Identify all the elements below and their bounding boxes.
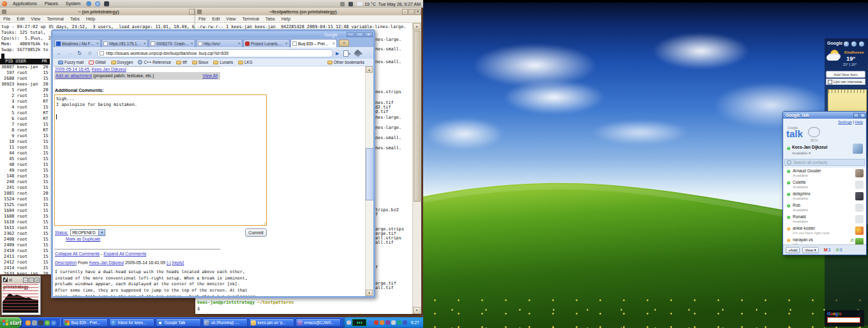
tab-close-icon[interactable]: ✕ <box>285 41 288 45</box>
comment-textarea[interactable]: Sigh... I apologize for being mistaken. <box>54 94 267 226</box>
bookmark-item[interactable]: C++ Reference <box>138 60 171 64</box>
quick-launch-icon[interactable] <box>45 320 50 325</box>
todo-add-new-item[interactable]: Add New Item <box>826 71 865 78</box>
contact-row[interactable]: Arnaud Gouder Available ✆ <box>783 168 866 179</box>
terminal2-titlebar[interactable]: ~/testpatterns (on printstrategy) ─ □ ✕ <box>195 8 421 15</box>
bookmark-item[interactable]: Doxygen <box>111 60 133 64</box>
tray-icon[interactable] <box>368 320 373 325</box>
contact-row[interactable]: Rob Available ✆ <box>783 202 866 214</box>
close-icon[interactable]: ✕ <box>860 113 865 118</box>
scroll-down-icon[interactable]: ▼ <box>413 307 421 314</box>
menu-item[interactable]: View <box>27 17 43 21</box>
task-button[interactable]: kees-jan on 'p... <box>249 318 294 327</box>
settings-link[interactable]: Settings <box>838 120 852 124</box>
gmail-icon[interactable]: M <box>824 248 828 252</box>
menu-item[interactable]: Tabs <box>262 17 278 21</box>
tray-icon[interactable] <box>380 320 384 325</box>
quick-launch-icon[interactable] <box>38 320 43 325</box>
tab-close-icon[interactable]: ✕ <box>96 41 99 45</box>
bookmark-star-icon[interactable]: ☆ <box>86 49 94 57</box>
menu-item[interactable]: Tabs <box>67 17 83 21</box>
minimize-icon[interactable]: ─ <box>23 278 28 283</box>
menu-item[interactable]: Terminal <box>239 17 262 21</box>
task-button[interactable]: Bug 839 - Prel... <box>63 318 108 327</box>
close-icon[interactable]: ✕ <box>364 32 373 37</box>
menu-item[interactable]: Edit <box>209 17 223 21</box>
textarea-resize-grip[interactable] <box>262 221 266 226</box>
go-icon[interactable]: ▶ <box>336 51 339 56</box>
contact-row[interactable]: Colette Available ✆ <box>783 179 866 191</box>
scroll-down-icon[interactable]: ▼ <box>366 290 373 296</box>
quick-launch-icon[interactable] <box>32 320 37 325</box>
expand-all-link[interactable]: Expand All Comments <box>103 251 146 256</box>
sidebar-button-icon[interactable] <box>844 41 849 47</box>
quick-launch-icon[interactable] <box>51 320 56 325</box>
view-menu-button[interactable]: View ▾ <box>802 247 819 253</box>
display-icon[interactable] <box>348 2 353 6</box>
browser-tab[interactable]: http://srv/ ✕ <box>196 39 243 47</box>
applications-menu[interactable]: Applications <box>9 0 41 8</box>
self-avatar[interactable] <box>853 144 863 154</box>
contact-search-bar[interactable]: Search all contacts <box>784 159 865 166</box>
browser-tab[interactable]: Bug 839 – Prelud... ✕ <box>290 39 337 47</box>
tray-icon[interactable] <box>385 320 390 325</box>
scroll-up-icon[interactable]: ▲ <box>413 23 421 30</box>
terminal2-scrollbar[interactable]: ▲ ▼ <box>412 23 421 314</box>
terminal1-titlebar[interactable]: ~ (on printstrategy) ▫ <box>0 8 195 15</box>
help-link[interactable]: Help <box>855 120 863 124</box>
system-menu[interactable]: System <box>62 0 84 8</box>
start-button[interactable]: start <box>0 317 22 328</box>
reply-link[interactable]: [reply] <box>172 260 184 265</box>
maximize-icon[interactable]: □ <box>408 9 414 15</box>
scrollbar-thumb[interactable] <box>414 31 421 202</box>
page-menu-icon[interactable]: ▾ <box>343 50 350 57</box>
help-launcher-icon[interactable] <box>95 1 100 6</box>
collapse-all-link[interactable]: Collapse All Comments <box>55 251 100 256</box>
menu-item[interactable]: Edit <box>13 17 27 21</box>
places-menu[interactable]: Places <box>41 0 62 8</box>
bookmark-item[interactable]: LKG <box>238 60 253 64</box>
terminal-launcher-icon[interactable] <box>104 1 109 6</box>
maximize-icon[interactable]: □ <box>29 278 34 283</box>
description-link[interactable]: Description <box>55 260 77 265</box>
distro-logo-icon[interactable] <box>2 1 7 6</box>
forward-icon[interactable]: → <box>65 49 73 57</box>
address-bar[interactable] <box>97 49 333 57</box>
firefox-launcher-icon[interactable] <box>86 1 91 6</box>
minimize-icon[interactable]: ─ <box>347 32 355 37</box>
sidebar-button-icon[interactable] <box>851 41 857 47</box>
task-button[interactable]: Google Talk <box>156 318 201 327</box>
attachment-user-link[interactable]: Kees-Jan Dijkzeul <box>91 67 126 71</box>
menu-item[interactable]: View <box>223 17 239 21</box>
scroll-up-icon[interactable]: ▲ <box>366 66 373 73</box>
minimize-icon[interactable]: ─ <box>853 113 859 118</box>
checkbox[interactable] <box>828 80 832 84</box>
tray-clock[interactable]: 9:27 <box>410 320 419 325</box>
minimize-icon[interactable]: ─ <box>402 9 408 15</box>
attachment-date-link[interactable]: 2009-05-14 16:45, <box>55 67 91 71</box>
task-button[interactable]: Inbox for kees... <box>109 318 154 327</box>
url-input[interactable] <box>106 51 333 56</box>
desktop-search-input[interactable] <box>827 317 860 323</box>
menu-item[interactable]: File <box>195 17 209 21</box>
new-tab-button[interactable]: + <box>339 40 349 47</box>
menu-item[interactable]: Help <box>83 17 98 21</box>
browser-tab[interactable]: https://81.175.1... ✕ <box>101 39 148 47</box>
bookmark-item[interactable]: GMail <box>89 60 105 64</box>
other-bookmarks-button[interactable]: Other bookmarks <box>327 60 364 64</box>
tray-network-icon[interactable] <box>403 320 407 325</box>
browser-tab[interactable]: 0006270: Crash i... ✕ <box>149 39 195 47</box>
browser-tab[interactable]: Project LunarisD... ✕ <box>243 39 290 47</box>
tray-volume-icon[interactable] <box>347 320 351 325</box>
tray-icon[interactable] <box>374 320 378 325</box>
panel-clock[interactable]: Tue May 26, 9:27 AM <box>378 2 421 6</box>
back-icon[interactable]: ← <box>55 49 63 57</box>
menu-item[interactable]: File <box>0 17 13 21</box>
task-button[interactable]: emacs@CJW0... <box>296 318 341 327</box>
comment-author-link[interactable]: Kees-Jan Dijkzeul <box>89 260 124 265</box>
xload-titlebar[interactable]: ▞ xl ─ □ ✕ <box>2 276 40 283</box>
quick-launch-icon[interactable] <box>26 320 31 325</box>
mark-as-duplicate-link[interactable]: Mark as Duplicate <box>66 237 100 241</box>
minimize-icon[interactable]: ▫ <box>189 9 195 15</box>
wrench-menu-icon[interactable]: ▾ <box>355 50 363 56</box>
